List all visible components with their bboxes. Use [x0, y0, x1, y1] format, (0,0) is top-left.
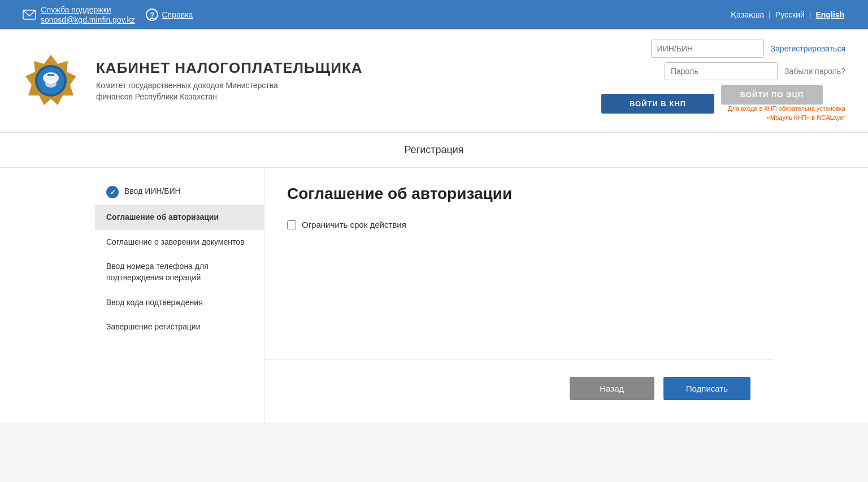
sidebar-item-auth-agreement[interactable]: Соглашение об авторизации	[95, 205, 264, 230]
restrict-validity-row: Ограничить срок действия	[287, 220, 750, 229]
login-row-1: Зарегистрироваться	[651, 40, 845, 58]
sidebar-item-finish[interactable]: Завершение регистрации	[95, 315, 264, 340]
lang-en[interactable]: English	[814, 10, 845, 19]
lang-sep-2: |	[809, 10, 811, 19]
check-circle-icon: ✓	[106, 186, 119, 198]
question-icon: ?	[146, 8, 158, 21]
top-bar: Служба поддержки sonosd@kgd.minfin.gov.k…	[0, 0, 868, 29]
restrict-validity-checkbox[interactable]	[287, 220, 296, 229]
header: КАБИНЕТ НАЛОГОПЛАТЕЛЬЩИКА Комитет госуда…	[0, 29, 868, 133]
sidebar-item-iin[interactable]: ✓ Ввод ИИН/БИН	[95, 179, 264, 205]
svg-rect-6	[47, 74, 54, 76]
header-subtitle: Комитет государственных доходов Министер…	[96, 80, 584, 102]
bottom-actions: Назад Подписать	[264, 359, 773, 423]
sidebar-label-5: Завершение регистрации	[106, 322, 200, 333]
sidebar: ✓ Ввод ИИН/БИН Соглашение об авторизации…	[95, 168, 264, 423]
sign-button[interactable]: Подписать	[663, 377, 750, 400]
content-layout: ✓ Ввод ИИН/БИН Соглашение об авторизации…	[95, 168, 773, 423]
svg-point-5	[45, 80, 57, 88]
email-icon	[23, 10, 36, 20]
sidebar-label-2: Соглашение о заверении документов	[106, 237, 244, 248]
sidebar-label-4: Ввод кода подтверждения	[106, 297, 203, 309]
lang-kz[interactable]: Қазақша	[730, 10, 765, 19]
lang-sep-1: |	[769, 10, 771, 19]
login-area: Зарегистрироваться Забыли пароль? ВОЙТИ …	[601, 40, 845, 122]
help-link[interactable]: ? Справка	[146, 8, 193, 21]
ecp-button[interactable]: ВОЙТИ ПО ЭЦП	[721, 85, 823, 105]
restrict-validity-label: Ограничить срок действия	[302, 220, 406, 229]
back-button[interactable]: Назад	[570, 377, 654, 400]
page-title-bar: Регистрация	[0, 133, 868, 168]
section-title: Соглашение об авторизации	[287, 185, 750, 203]
forgot-password-link[interactable]: Забыли пароль?	[784, 67, 845, 76]
sidebar-label-1: Соглашение об авторизации	[106, 212, 219, 223]
lang-ru[interactable]: Русский	[774, 10, 806, 19]
language-switcher: Қазақша | Русский | English	[730, 10, 845, 19]
help-label: Справка	[162, 10, 193, 19]
sidebar-item-phone-input[interactable]: Ввод номера телефона для подтверждения о…	[95, 254, 264, 290]
ecp-notice: Для входа в КНП обязательна установка «М…	[721, 105, 845, 122]
top-bar-left: Служба поддержки sonosd@kgd.minfin.gov.k…	[23, 5, 193, 25]
sidebar-item-doc-agreement[interactable]: Соглашение о заверении документов	[95, 230, 264, 255]
login-button[interactable]: ВОЙТИ В КНП	[601, 94, 714, 114]
header-title-area: КАБИНЕТ НАЛОГОПЛАТЕЛЬЩИКА Комитет госуда…	[96, 59, 584, 102]
sidebar-label-3: Ввод номера телефона для подтверждения о…	[106, 261, 253, 283]
header-title: КАБИНЕТ НАЛОГОПЛАТЕЛЬЩИКА	[96, 59, 584, 77]
password-input[interactable]	[665, 62, 778, 80]
login-row-2: Забыли пароль?	[665, 62, 845, 80]
logo-emblem	[23, 53, 79, 109]
sidebar-item-confirm-code[interactable]: Ввод кода подтверждения	[95, 290, 264, 315]
page-title: Регистрация	[404, 144, 463, 155]
iin-bin-input[interactable]	[651, 40, 764, 58]
button-row: ВОЙТИ В КНП ВОЙТИ ПО ЭЦП Для входа в КНП…	[601, 85, 845, 122]
page-content: Регистрация ✓ Ввод ИИН/БИН Соглашение об…	[0, 133, 868, 423]
main-content: Соглашение об авторизации Ограничить сро…	[264, 168, 773, 246]
logo-area	[23, 53, 79, 109]
support-link[interactable]: Служба поддержки sonosd@kgd.minfin.gov.k…	[23, 5, 134, 25]
register-link[interactable]: Зарегистрироваться	[771, 44, 845, 53]
support-text: Служба поддержки sonosd@kgd.minfin.gov.k…	[41, 5, 134, 25]
sidebar-label-0: Ввод ИИН/БИН	[124, 186, 181, 197]
